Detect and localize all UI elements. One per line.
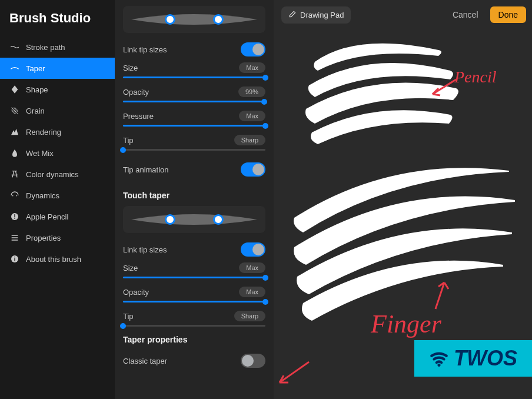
sidebar: Brush Studio Stroke path Taper Shape Gra… xyxy=(0,0,115,399)
slider-value: Max xyxy=(239,287,265,297)
drawing-canvas[interactable] xyxy=(274,0,532,399)
stroke-path-icon xyxy=(9,42,20,52)
touch-taper-heading: Touch taper xyxy=(123,191,265,200)
slider-label: Tip xyxy=(123,136,134,145)
slider-tip[interactable]: TipSharp xyxy=(123,135,265,151)
rendering-icon xyxy=(9,127,20,137)
drawing-pad-button[interactable]: Drawing Pad xyxy=(281,6,351,24)
about-icon xyxy=(9,254,20,264)
done-button[interactable]: Done xyxy=(490,6,526,23)
slider-value: 99% xyxy=(238,87,265,97)
taper-handle-right[interactable] xyxy=(213,14,224,25)
sidebar-item-label: Grain xyxy=(26,107,45,115)
link-tip-sizes-label-touch: Link tip sizes xyxy=(123,245,167,254)
cancel-button[interactable]: Cancel xyxy=(447,6,484,23)
svg-rect-2 xyxy=(14,218,15,219)
sidebar-item-grain[interactable]: Grain xyxy=(0,100,115,121)
logo-text: TWOS xyxy=(454,346,517,371)
sidebar-item-label: Shape xyxy=(26,85,48,94)
slider-opacity[interactable]: Opacity99% xyxy=(123,87,265,102)
svg-rect-1 xyxy=(14,214,15,217)
slider-value: Max xyxy=(239,262,265,273)
slider-label: Size xyxy=(123,264,138,272)
arrow-icon xyxy=(430,77,459,100)
logo-twos: TWOS xyxy=(414,340,532,377)
edit-icon xyxy=(288,10,297,20)
slider-size[interactable]: SizeMax xyxy=(123,62,265,78)
slider-opacity-touch[interactable]: OpacityMax xyxy=(123,287,265,302)
sidebar-item-rendering[interactable]: Rendering xyxy=(0,121,115,142)
taper-handle-left[interactable] xyxy=(165,214,175,225)
settings-panel: Link tip sizes SizeMax Opacity99% Pressu… xyxy=(115,0,274,399)
drawing-pad-label: Drawing Pad xyxy=(300,11,344,19)
slider-pressure[interactable]: PressureMax xyxy=(123,111,265,127)
sidebar-item-label: Stroke path xyxy=(26,43,65,52)
annotation-pencil: Pencil xyxy=(454,68,497,87)
classic-taper-label: Classic taper xyxy=(123,357,167,365)
annotation-finger: Finger xyxy=(371,309,441,339)
slider-size-touch[interactable]: SizeMax xyxy=(123,262,265,278)
link-tip-sizes-toggle-touch[interactable] xyxy=(241,242,265,257)
sidebar-item-stroke-path[interactable]: Stroke path xyxy=(0,36,115,58)
tip-animation-label: Tip animation xyxy=(123,165,169,174)
slider-value: Max xyxy=(239,62,265,73)
sidebar-item-about[interactable]: About this brush xyxy=(0,248,115,270)
slider-value: Max xyxy=(239,111,265,121)
slider-label: Size xyxy=(123,64,138,72)
taper-icon xyxy=(9,63,20,74)
slider-value: Sharp xyxy=(234,135,265,145)
sidebar-item-label: Properties xyxy=(26,234,61,242)
properties-icon xyxy=(9,232,20,243)
classic-taper-toggle[interactable] xyxy=(241,354,265,368)
pencil-taper-preview[interactable] xyxy=(123,6,265,33)
taper-handle-right[interactable] xyxy=(213,214,224,225)
apple-pencil-icon xyxy=(9,211,20,222)
wifi-icon xyxy=(429,348,449,368)
sidebar-item-label: Wet Mix xyxy=(26,149,54,158)
slider-value: Sharp xyxy=(234,311,265,321)
svg-rect-4 xyxy=(14,258,15,261)
arrow-icon xyxy=(277,359,312,388)
slider-label: Tip xyxy=(123,312,134,321)
slider-tip-touch[interactable]: TipSharp xyxy=(123,311,265,327)
sidebar-item-shape[interactable]: Shape xyxy=(0,79,115,100)
shape-icon xyxy=(9,84,20,95)
sidebar-item-label: Taper xyxy=(26,64,45,73)
link-tip-sizes-label: Link tip sizes xyxy=(123,45,167,54)
sidebar-item-color-dynamics[interactable]: Color dynamics xyxy=(0,164,115,185)
taper-properties-heading: Taper properties xyxy=(123,335,265,344)
svg-rect-5 xyxy=(14,257,15,257)
sidebar-item-apple-pencil[interactable]: Apple Pencil xyxy=(0,206,115,227)
sidebar-item-wet-mix[interactable]: Wet Mix xyxy=(0,142,115,164)
sidebar-item-dynamics[interactable]: Dynamics xyxy=(0,185,115,206)
color-dynamics-icon xyxy=(9,169,20,179)
slider-label: Opacity xyxy=(123,288,149,297)
touch-taper-preview[interactable] xyxy=(123,206,265,233)
arrow-icon xyxy=(424,280,453,312)
sidebar-item-taper[interactable]: Taper xyxy=(0,58,115,79)
sidebar-item-label: Rendering xyxy=(26,128,61,137)
slider-label: Pressure xyxy=(123,112,154,121)
sidebar-item-properties[interactable]: Properties xyxy=(0,227,115,248)
sidebar-item-label: About this brush xyxy=(26,255,81,264)
svg-point-6 xyxy=(437,364,440,367)
wet-mix-icon xyxy=(9,148,20,158)
sidebar-item-label: Dynamics xyxy=(26,191,59,200)
sidebar-item-label: Apple Pencil xyxy=(26,212,68,221)
tip-animation-toggle[interactable] xyxy=(241,162,265,177)
grain-icon xyxy=(9,105,20,116)
topbar: Drawing Pad Cancel Done xyxy=(281,6,526,24)
dynamics-icon xyxy=(9,190,20,201)
app-title: Brush Studio xyxy=(0,11,115,36)
link-tip-sizes-toggle[interactable] xyxy=(241,42,265,56)
sidebar-item-label: Color dynamics xyxy=(26,170,79,179)
taper-handle-left[interactable] xyxy=(165,14,175,25)
slider-label: Opacity xyxy=(123,88,149,97)
